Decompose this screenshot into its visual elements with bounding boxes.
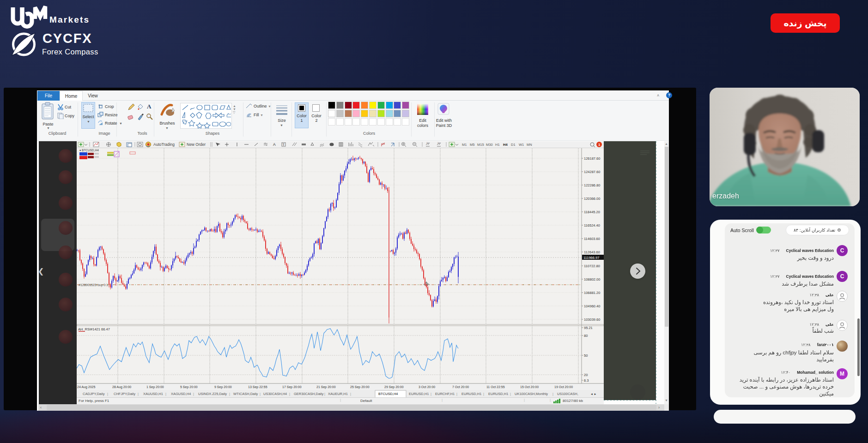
svg-text:104960.40: 104960.40 bbox=[584, 304, 600, 308]
svg-text:|: | bbox=[289, 392, 290, 396]
svg-text:|: | bbox=[552, 392, 553, 396]
svg-text:USINDX.Z25,Daily: USINDX.Z25,Daily bbox=[198, 392, 227, 396]
svg-text:XAGUSD,H4: XAGUSD,H4 bbox=[171, 392, 191, 396]
svg-text:EURUSD,H1: EURUSD,H1 bbox=[488, 392, 508, 396]
svg-text:M5: M5 bbox=[470, 143, 474, 147]
svg-text:XAUUSD,H1: XAUUSD,H1 bbox=[143, 392, 163, 396]
svg-text:24 Aug 2025: 24 Aug 2025 bbox=[77, 385, 95, 389]
svg-text:118445.20: 118445.20 bbox=[584, 210, 600, 214]
svg-text:H1: H1 bbox=[495, 143, 500, 147]
svg-text:|: | bbox=[260, 392, 261, 396]
svg-text:29 Sep 20:00: 29 Sep 20:00 bbox=[384, 385, 404, 389]
svg-text:|: | bbox=[456, 392, 457, 396]
svg-text:9 Sep 20:00: 9 Sep 20:00 bbox=[214, 385, 232, 389]
svg-text:BTCUSD,H4: BTCUSD,H4 bbox=[378, 392, 398, 396]
svg-text:7 Oct 20:00: 7 Oct 20:00 bbox=[452, 385, 469, 389]
svg-text:EURUSD,H1: EURUSD,H1 bbox=[461, 392, 481, 396]
svg-text:|: | bbox=[229, 392, 230, 396]
svg-text:1h: 1h bbox=[437, 142, 440, 144]
svg-text:XAUEUR,H1: XAUEUR,H1 bbox=[328, 392, 348, 396]
svg-text:50: 50 bbox=[584, 353, 588, 358]
svg-text:3 Oct 20:00: 3 Oct 20:00 bbox=[419, 385, 435, 389]
svg-text:6.3: 6.3 bbox=[584, 378, 589, 383]
svg-text:|: | bbox=[350, 392, 351, 396]
svg-text:19 Oct 20:00: 19 Oct 20:00 bbox=[554, 385, 573, 389]
svg-text:AH_RSI#1421 66.47: AH_RSI#1421 66.47 bbox=[78, 327, 110, 331]
svg-text:D1: D1 bbox=[511, 143, 516, 147]
svg-text:106881.20: 106881.20 bbox=[584, 291, 600, 295]
svg-text:|: | bbox=[324, 392, 325, 396]
svg-text:▾ BTCUSD,H4: ▾ BTCUSD,H4 bbox=[79, 149, 99, 152]
svg-text:13 Sep 22:55: 13 Sep 22:55 bbox=[248, 385, 267, 389]
svg-text:1 Sep 20:00: 1 Sep 20:00 bbox=[146, 385, 164, 389]
svg-text:|: | bbox=[483, 392, 484, 396]
svg-text:111966.97: 111966.97 bbox=[583, 256, 599, 260]
svg-text:US30CASH,H4: US30CASH,H4 bbox=[263, 392, 287, 396]
svg-text:MN: MN bbox=[527, 143, 532, 147]
svg-text:25 Sep 20:00: 25 Sep 20:00 bbox=[350, 385, 370, 389]
svg-text:CHFJPY,Daily: CHFJPY,Daily bbox=[114, 392, 135, 396]
svg-text:W1: W1 bbox=[519, 143, 524, 147]
svg-text:|: | bbox=[193, 392, 194, 396]
svg-text:GER30CASH,Daily: GER30CASH,Daily bbox=[294, 392, 323, 396]
svg-text:#128901523 buy 0.1: #128901523 buy 0.1 bbox=[79, 283, 108, 287]
svg-text:◄ ►: ◄ ► bbox=[590, 393, 597, 395]
svg-text:|: | bbox=[165, 392, 166, 396]
svg-text:EURUSD,H1: EURUSD,H1 bbox=[409, 392, 429, 396]
svg-text:1h: 1h bbox=[426, 142, 429, 144]
svg-text:108802.00: 108802.00 bbox=[584, 277, 600, 281]
svg-text:126187.60: 126187.60 bbox=[584, 156, 600, 161]
svg-text:120366.00: 120366.00 bbox=[584, 197, 600, 201]
svg-text:WTICASH,Daily: WTICASH,Daily bbox=[233, 392, 258, 396]
svg-text:US100CASH,: US100CASH, bbox=[557, 392, 578, 396]
svg-text:11 Oct 22:55: 11 Oct 22:55 bbox=[486, 385, 505, 389]
svg-text:H4: H4 bbox=[503, 143, 508, 147]
svg-text:124287.60: 124287.60 bbox=[584, 170, 600, 174]
svg-text:New Order: New Order bbox=[187, 142, 206, 147]
svg-text:103039.60: 103039.60 bbox=[584, 317, 600, 322]
svg-text:M30: M30 bbox=[486, 143, 493, 147]
svg-text:95.21: 95.21 bbox=[584, 326, 593, 330]
svg-text:112643.60: 112643.60 bbox=[584, 250, 600, 254]
svg-text:T: T bbox=[283, 143, 285, 146]
svg-text:110722.80: 110722.80 bbox=[584, 264, 600, 268]
svg-text:A: A bbox=[273, 142, 276, 147]
svg-text:20: 20 bbox=[584, 373, 588, 377]
svg-text:M1: M1 bbox=[462, 143, 467, 147]
svg-text:|: | bbox=[431, 392, 431, 396]
svg-text:EURCHF,H1: EURCHF,H1 bbox=[435, 392, 455, 396]
svg-text:114603.60: 114603.60 bbox=[584, 237, 600, 241]
svg-text:M15: M15 bbox=[477, 143, 484, 147]
svg-text:1: 1 bbox=[598, 143, 601, 147]
svg-text:|: | bbox=[138, 392, 139, 396]
svg-text:|: | bbox=[510, 392, 511, 396]
svg-text:UK100CASH,Monthly: UK100CASH,Monthly bbox=[515, 392, 548, 396]
svg-text:|: | bbox=[107, 392, 108, 396]
svg-text:15 Oct 20:00: 15 Oct 20:00 bbox=[520, 385, 539, 389]
svg-text:116524.40: 116524.40 bbox=[584, 223, 600, 227]
svg-text:17 Sep 20:00: 17 Sep 20:00 bbox=[282, 385, 302, 389]
svg-text:CADJPY,Daily: CADJPY,Daily bbox=[83, 392, 105, 396]
svg-text:122286.80: 122286.80 bbox=[584, 183, 600, 187]
svg-text:21 Sep 20:00: 21 Sep 20:00 bbox=[316, 385, 336, 389]
svg-text:28 Aug 20:00: 28 Aug 20:00 bbox=[112, 385, 131, 389]
svg-text:80: 80 bbox=[584, 334, 588, 338]
svg-text:5 Sep 20:00: 5 Sep 20:00 bbox=[180, 385, 198, 389]
svg-text:AutoTrading: AutoTrading bbox=[153, 142, 175, 147]
